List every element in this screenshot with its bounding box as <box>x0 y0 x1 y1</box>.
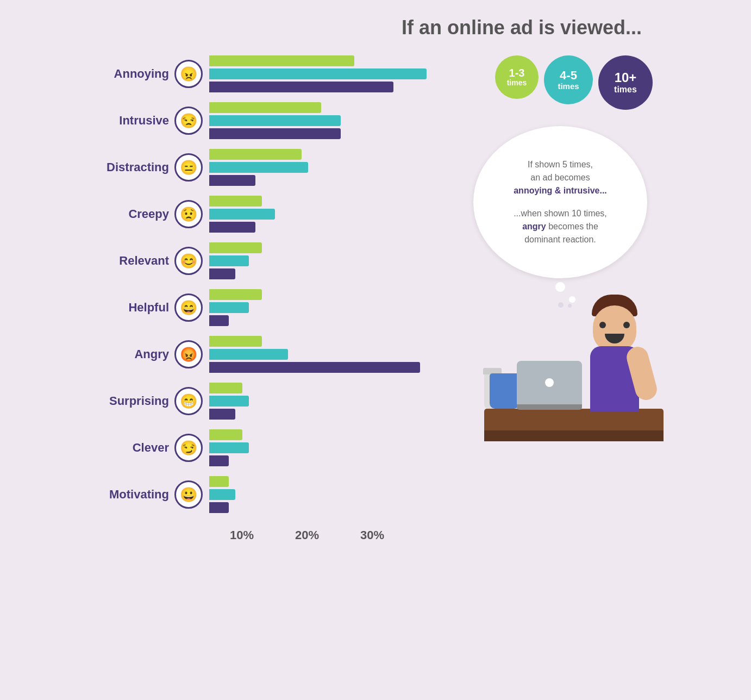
bar-green-surprising <box>209 383 242 393</box>
bar-teal-annoying <box>209 68 427 79</box>
bar-green-angry <box>209 336 262 347</box>
row-label-annoying: Annoying <box>87 67 174 81</box>
bar-purple-motivating <box>209 502 229 513</box>
chart-row-intrusive: Intrusive 😒 <box>87 102 446 139</box>
bars-intrusive <box>209 102 446 139</box>
bars-motivating <box>209 476 446 513</box>
bars-surprising <box>209 383 446 420</box>
bar-purple-angry <box>209 362 420 373</box>
chart-row-creepy: Creepy 😟 <box>87 196 446 233</box>
emoji-surprising: 😁 <box>174 387 203 415</box>
bar-green-helpful <box>209 289 262 300</box>
bar-purple-clever <box>209 455 229 466</box>
person-head <box>593 305 636 352</box>
bar-teal-distracting <box>209 162 308 173</box>
bar-teal-clever <box>209 442 249 453</box>
row-label-surprising: Surprising <box>87 394 174 408</box>
row-label-motivating: Motivating <box>87 488 174 502</box>
bars-relevant <box>209 242 446 279</box>
emoji-angry: 😡 <box>174 340 203 368</box>
x-label-10: 10% <box>209 528 274 542</box>
row-label-distracting: Distracting <box>87 160 174 174</box>
chart-row-relevant: Relevant 😊 <box>87 242 446 279</box>
row-label-clever: Clever <box>87 441 174 455</box>
bar-chart: Annoying 😠 Intrusive 😒 Distracting 😑 <box>87 55 446 542</box>
emoji-distracting: 😑 <box>174 153 203 182</box>
row-label-helpful: Helpful <box>87 301 174 315</box>
bar-teal-intrusive <box>209 115 341 126</box>
legend-badge-1-3: 1-3 times <box>495 55 539 99</box>
bar-purple-distracting <box>209 175 255 186</box>
x-axis: 10%20%30% <box>209 523 446 542</box>
mug <box>490 373 520 409</box>
bar-purple-helpful <box>209 315 229 326</box>
bar-teal-helpful <box>209 302 249 313</box>
bars-creepy <box>209 196 446 233</box>
laptop-base <box>517 404 582 410</box>
chart-row-angry: Angry 😡 <box>87 336 446 373</box>
bar-purple-surprising <box>209 409 235 420</box>
chart-row-helpful: Helpful 😄 <box>87 289 446 326</box>
chart-row-motivating: Motivating 😀 <box>87 476 446 513</box>
emoji-motivating: 😀 <box>174 480 203 509</box>
bar-teal-motivating <box>209 489 235 500</box>
bars-annoying <box>209 55 446 92</box>
bar-purple-annoying <box>209 82 393 92</box>
desk-front <box>484 430 664 441</box>
bar-green-distracting <box>209 149 302 160</box>
bars-helpful <box>209 289 446 326</box>
row-label-relevant: Relevant <box>87 254 174 268</box>
laptop-camera <box>545 378 554 387</box>
bar-green-motivating <box>209 476 229 487</box>
emoji-intrusive: 😒 <box>174 107 203 135</box>
bars-distracting <box>209 149 446 186</box>
bars-clever <box>209 429 446 466</box>
speech-bubble: If shown 5 times, an ad becomes annoying… <box>473 126 647 278</box>
emoji-helpful: 😄 <box>174 293 203 322</box>
row-label-creepy: Creepy <box>87 207 174 221</box>
chart-row-distracting: Distracting 😑 <box>87 149 446 186</box>
legend-badge-10plus: 10+ times <box>598 55 653 110</box>
bar-green-relevant <box>209 242 262 253</box>
bar-green-creepy <box>209 196 262 207</box>
legend-badge-4-5: 4-5 times <box>544 55 593 104</box>
bar-green-annoying <box>209 55 354 66</box>
bars-angry <box>209 336 446 373</box>
legend: 1-3 times 4-5 times 10+ times <box>457 55 664 110</box>
bar-green-clever <box>209 429 242 440</box>
emoji-clever: 😏 <box>174 434 203 462</box>
person <box>582 292 647 411</box>
character-illustration <box>457 267 664 430</box>
laptop <box>517 361 582 410</box>
bar-purple-intrusive <box>209 128 341 139</box>
desk <box>484 409 664 430</box>
page-title: If an online ad is viewed... <box>87 16 664 39</box>
laptop-screen <box>517 361 582 404</box>
bar-teal-creepy <box>209 209 275 220</box>
bar-purple-relevant <box>209 268 235 279</box>
chart-row-annoying: Annoying 😠 <box>87 55 446 92</box>
chart-row-surprising: Surprising 😁 <box>87 383 446 420</box>
bar-green-intrusive <box>209 102 321 113</box>
bar-teal-surprising <box>209 396 249 407</box>
emoji-annoying: 😠 <box>174 60 203 88</box>
bar-purple-creepy <box>209 222 255 233</box>
bar-teal-angry <box>209 349 288 360</box>
emoji-creepy: 😟 <box>174 200 203 228</box>
emoji-relevant: 😊 <box>174 247 203 275</box>
bar-teal-relevant <box>209 255 249 266</box>
row-label-intrusive: Intrusive <box>87 114 174 128</box>
x-label-30: 30% <box>340 528 405 542</box>
chart-row-clever: Clever 😏 <box>87 429 446 466</box>
x-label-20: 20% <box>274 528 340 542</box>
row-label-angry: Angry <box>87 347 174 361</box>
